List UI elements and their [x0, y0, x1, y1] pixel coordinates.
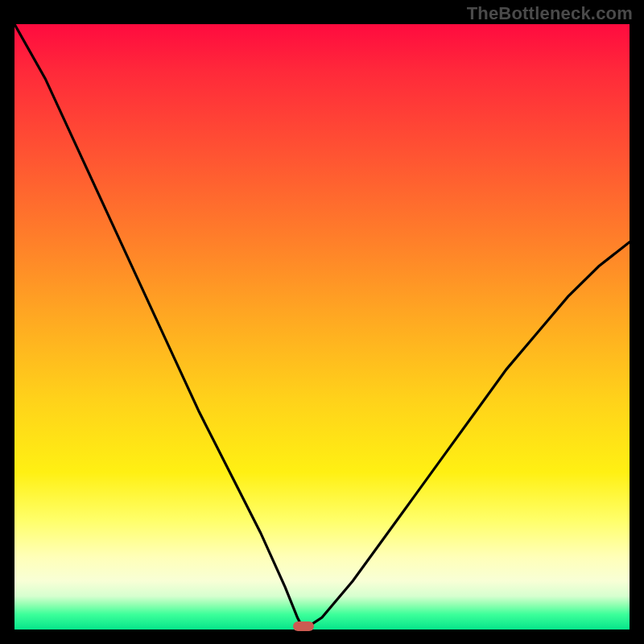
- chart-frame: TheBottleneck.com: [0, 0, 644, 644]
- watermark-text: TheBottleneck.com: [467, 3, 633, 24]
- notch-marker: [293, 621, 314, 631]
- plot-area: [14, 24, 630, 630]
- bottleneck-curve: [14, 24, 630, 630]
